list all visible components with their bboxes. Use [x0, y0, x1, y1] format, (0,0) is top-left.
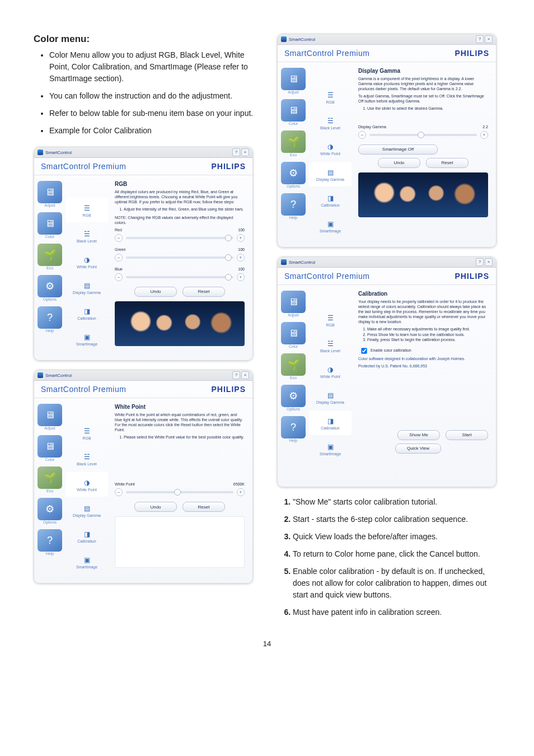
- minus-button[interactable]: −: [115, 488, 123, 496]
- sidebar-item-color[interactable]: 🖥Color: [34, 209, 65, 240]
- sidebar-item-color[interactable]: 🖥Color: [278, 319, 309, 350]
- help-button[interactable]: ?: [476, 35, 484, 43]
- sidebar-item-eco[interactable]: 🌱Eco: [34, 240, 65, 272]
- submenu-item-white-point[interactable]: ◑White Point: [309, 136, 352, 161]
- submenu-item-smartimage[interactable]: ▣SmartImage: [65, 549, 108, 574]
- ordered-item: Start - starts the 6-step color calibrat…: [293, 514, 500, 525]
- brand-logo: PHILIPS: [455, 49, 489, 58]
- help-button[interactable]: ?: [232, 148, 240, 156]
- submenu-item-black-level[interactable]: ☱Black Level: [309, 333, 352, 358]
- sidebar-item-adjust[interactable]: 🖥Adjust: [34, 400, 65, 432]
- submenu-item-rgb[interactable]: ☰RGB: [309, 307, 352, 332]
- sidebar-item-eco[interactable]: 🌱Eco: [278, 127, 309, 158]
- sidebar-item-color[interactable]: 🖥Color: [278, 96, 309, 127]
- submenu-item-calibration[interactable]: ◨Calibration: [309, 188, 352, 212]
- sidebar-item-help[interactable]: ?Help: [34, 526, 65, 557]
- submenu-icon: ☰: [81, 426, 93, 436]
- enable-calibration-checkbox[interactable]: Enable color calibration: [358, 348, 411, 352]
- reset-button[interactable]: Reset: [426, 158, 469, 168]
- sidebar-item-adjust[interactable]: 🖥Adjust: [278, 287, 309, 319]
- minus-button[interactable]: −: [115, 234, 123, 242]
- plus-button[interactable]: +: [237, 273, 245, 281]
- sidebar-item-options[interactable]: ⚙Options: [34, 494, 65, 526]
- plus-button[interactable]: +: [237, 234, 245, 242]
- minus-button[interactable]: −: [115, 254, 123, 262]
- close-button[interactable]: ×: [241, 371, 249, 379]
- reset-button[interactable]: Reset: [182, 502, 225, 512]
- submenu-item-display-gamma[interactable]: ▤Display Gamma: [65, 498, 108, 522]
- submenu-item-white-point[interactable]: ◑White Point: [65, 472, 108, 497]
- credit-text: Color software designed in collaboration…: [358, 356, 488, 361]
- sidebar-item-help[interactable]: ?Help: [278, 190, 309, 221]
- brand-logo: PHILIPS: [455, 272, 489, 281]
- submenu-item-black-level[interactable]: ☱Black Level: [65, 446, 108, 471]
- sidebar-item-options[interactable]: ⚙Options: [34, 272, 65, 303]
- slider-track[interactable]: [126, 256, 233, 259]
- sidebar-icon: ?: [38, 529, 62, 552]
- submenu-item-calibration[interactable]: ◨Calibration: [65, 301, 108, 325]
- undo-button[interactable]: Undo: [378, 158, 420, 168]
- sidebar-label: Help: [289, 438, 297, 442]
- smartimage-off-button[interactable]: SmartImage Off: [358, 144, 438, 155]
- submenu-item-display-gamma[interactable]: ▤Display Gamma: [309, 162, 352, 186]
- help-button[interactable]: ?: [232, 371, 240, 379]
- submenu-item-smartimage[interactable]: ▣SmartImage: [65, 326, 108, 351]
- sidebar-icon: 🖥: [38, 404, 62, 426]
- submenu-item-display-gamma[interactable]: ▤Display Gamma: [65, 275, 108, 300]
- submenu-item-calibration[interactable]: ◨Calibration: [309, 410, 352, 435]
- content-step: Adjust the intensity of the Red, Green, …: [124, 207, 245, 212]
- sidebar-label: Adjust: [288, 90, 298, 94]
- close-button[interactable]: ×: [485, 35, 493, 43]
- sidebar-label: Eco: [46, 489, 53, 493]
- submenu-item-black-level[interactable]: ☱Black Level: [65, 223, 108, 248]
- sidebar-item-eco[interactable]: 🌱Eco: [34, 463, 65, 494]
- submenu-item-calibration[interactable]: ◨Calibration: [65, 524, 108, 548]
- submenu-item-rgb[interactable]: ☰RGB: [65, 198, 108, 222]
- quick-view-button[interactable]: Quick View: [395, 444, 441, 454]
- submenu-icon: ▤: [324, 390, 336, 400]
- submenu-icon: ◨: [324, 193, 336, 203]
- submenu-label: SmartImage: [76, 565, 97, 569]
- close-button[interactable]: ×: [485, 258, 493, 266]
- undo-button[interactable]: Undo: [134, 502, 177, 512]
- show-me-button[interactable]: Show Me: [397, 430, 440, 440]
- sidebar-item-help[interactable]: ?Help: [278, 413, 309, 444]
- sidebar-item-color[interactable]: 🖥Color: [34, 432, 65, 463]
- submenu-item-white-point[interactable]: ◑White Point: [309, 359, 352, 384]
- sidebar-item-options[interactable]: ⚙Options: [278, 381, 309, 413]
- plus-button[interactable]: +: [480, 131, 488, 139]
- start-button[interactable]: Start: [446, 430, 488, 440]
- ordered-item: "Show Me" starts color calibration tutor…: [293, 496, 500, 508]
- sidebar-item-adjust[interactable]: 🖥Adjust: [34, 178, 65, 209]
- sidebar-item-adjust[interactable]: 🖥Adjust: [278, 64, 309, 96]
- sidebar: 🖥Adjust🖥Color🌱Eco⚙Options?Help: [278, 285, 309, 487]
- sidebar-item-help[interactable]: ?Help: [34, 303, 65, 334]
- submenu-item-rgb[interactable]: ☰RGB: [65, 421, 108, 445]
- slider-track[interactable]: [126, 491, 233, 493]
- enable-calibration-input[interactable]: [361, 348, 367, 353]
- submenu-label: Calibration: [321, 203, 339, 207]
- minus-button[interactable]: −: [115, 273, 123, 281]
- slider-track[interactable]: [369, 134, 477, 136]
- submenu-item-smartimage[interactable]: ▣SmartImage: [309, 436, 352, 461]
- submenu-item-rgb[interactable]: ☰RGB: [309, 85, 352, 109]
- slider-track[interactable]: [126, 237, 233, 239]
- submenu-item-smartimage[interactable]: ▣SmartImage: [309, 213, 352, 238]
- submenu-label: SmartImage: [320, 229, 341, 233]
- submenu-item-white-point[interactable]: ◑White Point: [65, 249, 108, 274]
- plus-button[interactable]: +: [237, 488, 245, 496]
- minus-button[interactable]: −: [358, 131, 366, 139]
- sidebar-icon: 🌱: [281, 353, 306, 376]
- submenu-item-black-level[interactable]: ☱Black Level: [309, 110, 352, 135]
- sidebar-item-options[interactable]: ⚙Options: [278, 158, 309, 190]
- close-button[interactable]: ×: [241, 148, 249, 156]
- submenu-icon: ▣: [324, 442, 336, 452]
- sidebar-item-eco[interactable]: 🌱Eco: [278, 350, 309, 381]
- undo-button[interactable]: Undo: [134, 287, 177, 297]
- content-step: Finally, press Start to begin the calibr…: [367, 337, 488, 342]
- reset-button[interactable]: Reset: [182, 287, 225, 297]
- submenu-item-display-gamma[interactable]: ▤Display Gamma: [309, 385, 352, 409]
- help-button[interactable]: ?: [476, 258, 484, 266]
- plus-button[interactable]: +: [237, 254, 245, 262]
- slider-track[interactable]: [126, 276, 233, 278]
